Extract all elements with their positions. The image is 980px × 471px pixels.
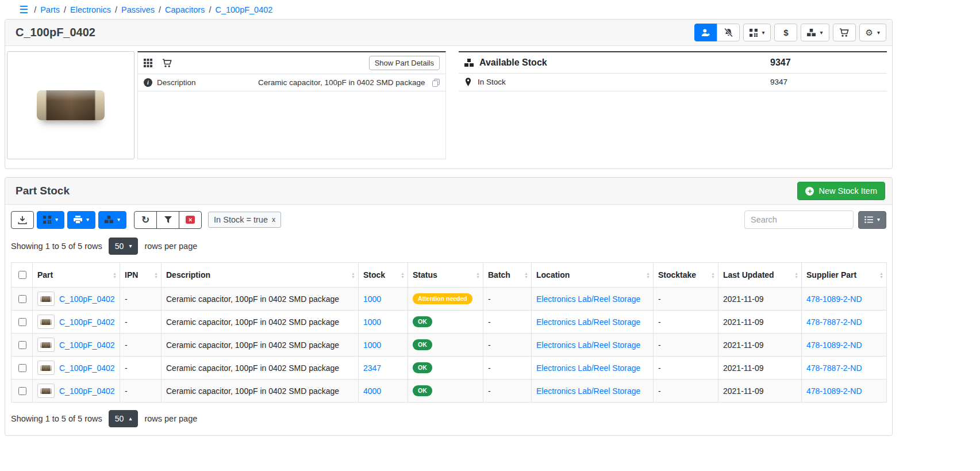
search-input[interactable]: [744, 210, 854, 229]
available-stock-label: Available Stock: [479, 58, 547, 68]
part-image[interactable]: [7, 51, 134, 159]
description-value: Ceramic capacitor, 100pF in 0402 SMD pac…: [258, 78, 428, 87]
location-link[interactable]: Electronics Lab/Reel Storage: [536, 340, 640, 350]
sort-icon: [401, 272, 405, 278]
supplier-part-link[interactable]: 478-7887-2-ND: [806, 317, 862, 327]
stock-link[interactable]: 1000: [363, 317, 381, 327]
supplier-part-link[interactable]: 478-1089-2-ND: [806, 386, 862, 396]
column-header-last-updated[interactable]: Last Updated: [718, 263, 802, 288]
column-header-stock[interactable]: Stock: [359, 263, 408, 288]
supplier-part-link[interactable]: 478-1089-2-ND: [806, 340, 862, 350]
stock-link[interactable]: 1000: [363, 340, 381, 350]
batch-cell: -: [483, 357, 532, 380]
part-thumbnail: [37, 361, 55, 375]
supplier-part-link[interactable]: 478-1089-2-ND: [806, 294, 862, 304]
show-part-details-button[interactable]: Show Part Details: [369, 56, 440, 70]
barcode-dropdown-button[interactable]: ▾: [37, 211, 64, 229]
row-checkbox[interactable]: [18, 387, 26, 395]
barcode-actions-button[interactable]: ▾: [743, 24, 771, 41]
filter-funnel-icon: [164, 216, 172, 224]
row-checkbox[interactable]: [18, 295, 26, 303]
column-header-supplier-part[interactable]: Supplier Part: [802, 263, 887, 288]
remove-filter-icon[interactable]: x: [272, 216, 275, 224]
select-all-checkbox[interactable]: [18, 271, 26, 279]
table-view-toggle-button[interactable]: ▾: [858, 211, 886, 229]
sort-icon: [113, 272, 117, 278]
location-link[interactable]: Electronics Lab/Reel Storage: [536, 363, 640, 373]
breadcrumb-bar: ☰ / Parts / Electronics / Passives / Cap…: [0, 0, 980, 19]
part-link[interactable]: C_100pF_0402: [59, 340, 115, 350]
status-cell: OK: [408, 380, 483, 403]
stocktake-cell: -: [654, 311, 718, 334]
part-link[interactable]: C_100pF_0402: [59, 363, 115, 373]
download-button[interactable]: [11, 211, 34, 229]
column-header-part[interactable]: Part: [33, 263, 120, 288]
breadcrumb-link-passives[interactable]: Passives: [121, 5, 155, 14]
part-link[interactable]: C_100pF_0402: [59, 294, 115, 304]
breadcrumb-link-parts[interactable]: Parts: [40, 5, 60, 14]
row-checkbox[interactable]: [18, 318, 26, 326]
pricing-button[interactable]: $: [774, 24, 797, 41]
page-size-dropdown[interactable]: 50 ▾: [109, 238, 139, 255]
unsubscribe-button[interactable]: [717, 24, 740, 41]
filter-button[interactable]: [156, 211, 179, 229]
location-link[interactable]: Electronics Lab/Reel Storage: [536, 317, 640, 327]
capacitor-thumb-image: [40, 388, 52, 394]
chevron-down-icon: ▾: [820, 30, 823, 36]
capacitor-thumb-image: [40, 365, 52, 371]
subscribed-button[interactable]: [694, 24, 717, 41]
hamburger-menu-icon[interactable]: ☰: [19, 5, 28, 15]
stock-table-row[interactable]: C_100pF_0402 - Ceramic capacitor, 100pF …: [11, 380, 887, 403]
part-link[interactable]: C_100pF_0402: [59, 386, 115, 396]
stock-link[interactable]: 2347: [363, 363, 381, 373]
breadcrumb-link-current-part[interactable]: C_100pF_0402: [215, 5, 272, 14]
part-detail-body: Show Part Details i Description Ceramic …: [5, 46, 892, 169]
stock-actions-button[interactable]: ▾: [801, 24, 829, 41]
clear-filters-button[interactable]: ×: [179, 211, 202, 229]
page-size-dropdown[interactable]: 50 ▴: [109, 410, 139, 427]
stock-table-row[interactable]: C_100pF_0402 - Ceramic capacitor, 100pF …: [11, 357, 887, 380]
supplier-part-link[interactable]: 478-7887-2-ND: [806, 363, 862, 373]
column-header-description[interactable]: Description: [162, 263, 359, 288]
qrcode-icon: [43, 216, 51, 224]
location-link[interactable]: Electronics Lab/Reel Storage: [536, 386, 640, 396]
part-cell: C_100pF_0402: [33, 380, 120, 403]
column-header-ipn[interactable]: IPN: [120, 263, 162, 288]
chevron-down-icon: ▾: [55, 217, 58, 223]
status-cell: Attention needed: [408, 288, 483, 311]
clear-filters-icon: ×: [186, 216, 195, 224]
stock-table-row[interactable]: C_100pF_0402 - Ceramic capacitor, 100pF …: [11, 288, 887, 311]
ipn-cell: -: [120, 311, 162, 334]
location-link[interactable]: Electronics Lab/Reel Storage: [536, 294, 640, 304]
stock-table-row[interactable]: C_100pF_0402 - Ceramic capacitor, 100pF …: [11, 334, 887, 357]
chevron-down-icon: ▾: [762, 30, 764, 36]
part-cell: C_100pF_0402: [33, 288, 120, 311]
print-dropdown-button[interactable]: ▾: [67, 211, 95, 229]
stock-options-dropdown-button[interactable]: ▾: [98, 211, 126, 229]
part-link[interactable]: C_100pF_0402: [59, 317, 115, 327]
capacitor-thumb-image: [40, 319, 52, 325]
part-thumbnail: [37, 338, 55, 352]
refresh-button[interactable]: ↻: [134, 211, 157, 229]
stock-table-row[interactable]: C_100pF_0402 - Ceramic capacitor, 100pF …: [11, 311, 887, 334]
part-stock-card: Part Stock + New Stock Item ▾: [5, 177, 893, 436]
stock-cell: 1000: [359, 311, 408, 334]
copy-icon[interactable]: [432, 79, 440, 87]
stock-link[interactable]: 1000: [363, 294, 381, 304]
description-cell: Ceramic capacitor, 100pF in 0402 SMD pac…: [162, 334, 359, 357]
stock-summary-panel: Available Stock 9347 In Stock 9347: [459, 51, 887, 91]
column-header-location[interactable]: Location: [532, 263, 654, 288]
order-actions-button[interactable]: [833, 24, 856, 41]
column-header-batch[interactable]: Batch: [483, 263, 532, 288]
filter-tag[interactable]: In Stock = true x: [208, 212, 281, 228]
column-header-stocktake[interactable]: Stocktake: [654, 263, 718, 288]
part-options-button[interactable]: ⚙ ▾: [859, 24, 886, 41]
row-checkbox[interactable]: [18, 341, 26, 349]
new-stock-item-button[interactable]: + New Stock Item: [797, 182, 885, 200]
description-cell: Ceramic capacitor, 100pF in 0402 SMD pac…: [162, 357, 359, 380]
breadcrumb-link-capacitors[interactable]: Capacitors: [165, 5, 205, 14]
breadcrumb-link-electronics[interactable]: Electronics: [70, 5, 111, 14]
stock-link[interactable]: 4000: [363, 386, 381, 396]
column-header-status[interactable]: Status: [408, 263, 483, 288]
row-checkbox[interactable]: [18, 364, 26, 372]
